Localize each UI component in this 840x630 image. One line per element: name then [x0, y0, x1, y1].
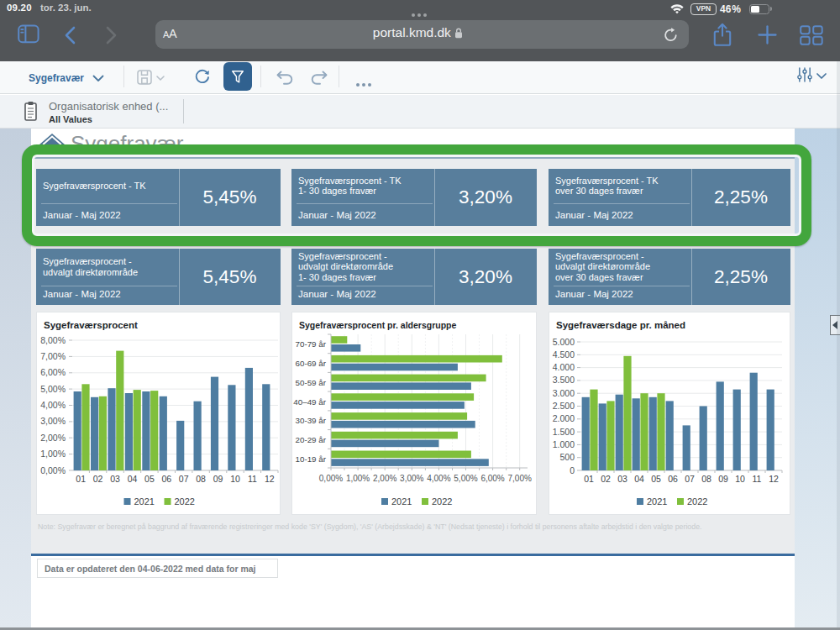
- svg-text:11: 11: [248, 474, 257, 484]
- svg-text:4.500: 4.500: [553, 349, 575, 360]
- svg-text:0,00%: 0,00%: [40, 465, 66, 475]
- svg-text:06: 06: [668, 474, 678, 484]
- svg-text:08: 08: [196, 474, 206, 484]
- svg-text:6,00%: 6,00%: [40, 367, 66, 377]
- svg-text:40–49 år: 40–49 år: [293, 397, 326, 407]
- svg-text:1,00%: 1,00%: [346, 474, 370, 483]
- svg-text:4,00%: 4,00%: [40, 400, 66, 410]
- svg-text:12: 12: [265, 474, 275, 484]
- svg-text:5,00%: 5,00%: [40, 384, 66, 394]
- svg-text:50-59 år: 50-59 år: [296, 378, 327, 387]
- svg-text:12: 12: [769, 474, 779, 484]
- svg-text:30-39 år: 30-39 år: [296, 416, 327, 425]
- svg-text:01: 01: [76, 474, 86, 484]
- svg-text:8,00%: 8,00%: [40, 335, 66, 345]
- svg-text:7,00%: 7,00%: [40, 351, 66, 361]
- svg-text:1.500: 1.500: [553, 427, 575, 437]
- svg-text:2,00%: 2,00%: [40, 433, 66, 443]
- svg-text:6,00%: 6,00%: [480, 474, 504, 483]
- svg-text:4.000: 4.000: [553, 362, 575, 372]
- svg-text:04: 04: [634, 474, 644, 484]
- svg-text:4,00%: 4,00%: [427, 474, 450, 483]
- svg-text:3,00%: 3,00%: [40, 416, 66, 426]
- svg-text:07: 07: [179, 474, 189, 484]
- svg-text:3.500: 3.500: [553, 375, 575, 385]
- svg-text:Sygefraværsdage pr. måned: Sygefraværsdage pr. måned: [556, 320, 685, 330]
- svg-text:2021: 2021: [134, 496, 155, 507]
- svg-text:5.000: 5.000: [553, 337, 575, 347]
- svg-text:7,00%: 7,00%: [508, 474, 532, 483]
- svg-text:70-79 år: 70-79 år: [296, 339, 327, 349]
- svg-text:5,00%: 5,00%: [454, 474, 477, 483]
- svg-text:2,00%: 2,00%: [373, 474, 396, 483]
- svg-text:0: 0: [570, 465, 575, 475]
- svg-text:2022: 2022: [175, 496, 195, 507]
- svg-text:500: 500: [559, 452, 575, 462]
- svg-text:0,00%: 0,00%: [319, 474, 343, 483]
- svg-text:02: 02: [93, 474, 103, 484]
- svg-text:60-69 år: 60-69 år: [296, 359, 327, 368]
- svg-text:08: 08: [701, 474, 711, 484]
- svg-text:Sygefraværsprocent: Sygefraværsprocent: [44, 320, 138, 330]
- svg-text:11: 11: [753, 474, 762, 484]
- svg-text:2022: 2022: [687, 496, 707, 507]
- svg-text:20-29 år: 20-29 år: [296, 435, 327, 444]
- svg-text:3,00%: 3,00%: [400, 474, 423, 483]
- svg-text:10: 10: [230, 474, 240, 484]
- svg-text:03: 03: [110, 474, 120, 484]
- svg-text:01: 01: [584, 474, 594, 484]
- svg-text:Sygefraværsprocent pr. aldersg: Sygefraværsprocent pr. aldersgruppe: [299, 320, 456, 330]
- svg-text:2022: 2022: [432, 496, 452, 507]
- svg-text:1.000: 1.000: [553, 439, 575, 449]
- svg-text:3.000: 3.000: [553, 388, 575, 398]
- svg-text:2021: 2021: [647, 496, 667, 507]
- svg-text:10-19 år: 10-19 år: [296, 454, 327, 464]
- svg-text:09: 09: [718, 474, 728, 484]
- svg-text:10: 10: [735, 474, 745, 484]
- svg-text:02: 02: [601, 474, 611, 484]
- svg-text:1,00%: 1,00%: [40, 449, 66, 459]
- svg-text:2.500: 2.500: [553, 401, 575, 411]
- svg-text:04: 04: [128, 474, 138, 484]
- svg-text:2021: 2021: [391, 496, 412, 507]
- svg-text:09: 09: [213, 474, 223, 484]
- svg-text:03: 03: [617, 474, 627, 484]
- svg-text:05: 05: [144, 474, 155, 484]
- svg-text:05: 05: [651, 474, 661, 484]
- svg-text:07: 07: [685, 474, 695, 484]
- svg-text:06: 06: [161, 474, 171, 484]
- svg-text:2.000: 2.000: [553, 413, 575, 423]
